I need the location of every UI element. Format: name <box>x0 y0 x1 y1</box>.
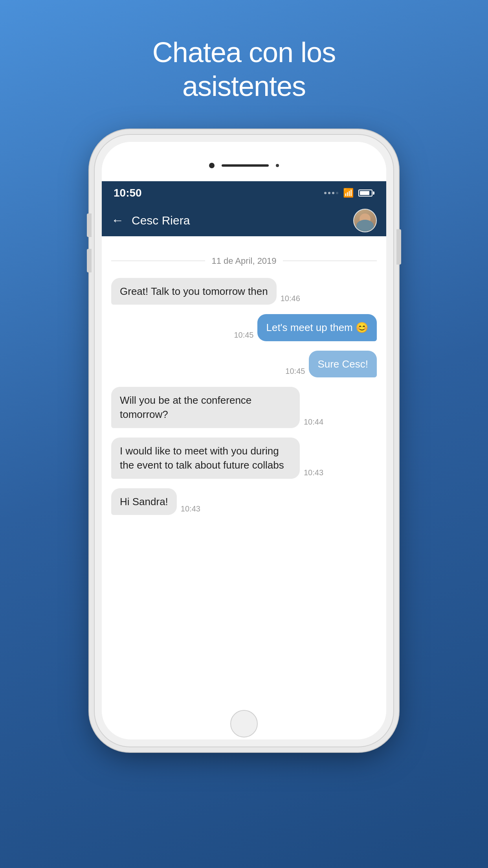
signal-dots-icon <box>324 192 338 194</box>
message-row: Will you be at the conference tomorrow? … <box>111 387 377 428</box>
msg-time-5: 10:43 <box>304 468 323 477</box>
contact-avatar[interactable] <box>353 209 377 232</box>
sensor-dot <box>276 164 279 167</box>
date-line-right <box>283 261 377 261</box>
speaker <box>222 164 269 167</box>
front-camera <box>209 163 215 168</box>
bubble-outgoing-2: Let's meet up them 😊 <box>257 314 377 341</box>
phone-frame: 10:50 📶 <box>95 135 393 747</box>
msg-time-6: 10:43 <box>181 504 200 513</box>
page-title: Chatea con los asistentes <box>152 35 336 103</box>
message-row: 10:45 Sure Cesc! <box>111 351 377 377</box>
message-row: Hi Sandra! 10:43 <box>111 488 377 515</box>
msg-time-1: 10:46 <box>281 294 300 303</box>
bubble-incoming-5: I would like to meet with you during the… <box>111 438 300 479</box>
message-row: Great! Talk to you tomorrow then 10:46 <box>111 278 377 305</box>
home-button[interactable] <box>230 710 258 737</box>
date-separator: 11 de April, 2019 <box>111 256 377 266</box>
phone-top <box>102 142 386 181</box>
date-text: 11 de April, 2019 <box>211 256 276 266</box>
wifi-icon: 📶 <box>343 188 354 198</box>
phone-wrapper: 10:50 📶 <box>95 135 393 747</box>
msg-time-4: 10:44 <box>304 417 323 427</box>
bubble-incoming-1: Great! Talk to you tomorrow then <box>111 278 277 305</box>
bubble-incoming-4: Will you be at the conference tomorrow? <box>111 387 300 428</box>
phone-bottom <box>102 708 386 739</box>
date-line-left <box>111 261 205 261</box>
chat-header: ← Cesc Riera <box>102 205 386 236</box>
status-icons: 📶 <box>324 188 374 198</box>
chat-body: 11 de April, 2019 Great! Talk to you tom… <box>102 236 386 708</box>
bubble-outgoing-3: Sure Cesc! <box>309 351 377 377</box>
contact-name: Cesc Riera <box>132 214 345 227</box>
status-bar: 10:50 📶 <box>102 181 386 205</box>
back-button[interactable]: ← <box>111 213 124 228</box>
msg-time-2: 10:45 <box>234 331 253 340</box>
msg-time-3: 10:45 <box>285 367 305 376</box>
message-row: 10:45 Let's meet up them 😊 <box>111 314 377 341</box>
battery-icon <box>358 189 374 197</box>
phone-inner: 10:50 📶 <box>102 142 386 739</box>
message-row: I would like to meet with you during the… <box>111 438 377 479</box>
bubble-incoming-6: Hi Sandra! <box>111 488 177 515</box>
status-time: 10:50 <box>114 187 142 199</box>
